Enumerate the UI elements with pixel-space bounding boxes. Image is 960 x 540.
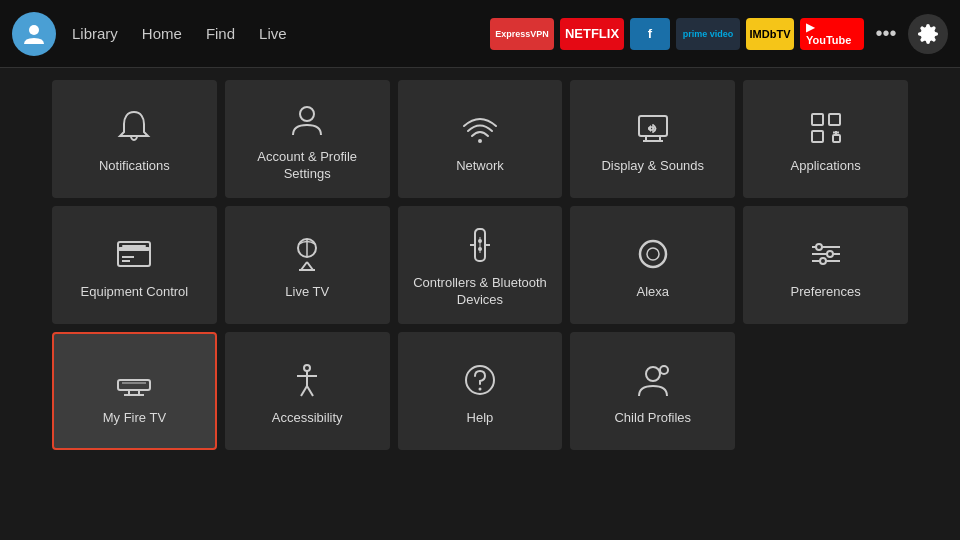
svg-rect-15 <box>122 245 146 247</box>
equipment-control-label: Equipment Control <box>81 284 189 301</box>
grid-item-notifications[interactable]: Notifications <box>52 80 217 198</box>
controllers-bluetooth-label: Controllers & Bluetooth Devices <box>406 275 555 309</box>
grid-item-child-profiles[interactable]: Child Profiles <box>570 332 735 450</box>
grid-item-preferences[interactable]: Preferences <box>743 206 908 324</box>
settings-button[interactable] <box>908 14 948 54</box>
live-tv-label: Live TV <box>285 284 329 301</box>
app-container: Library Home Find Live ExpressVPN NETFLI… <box>0 0 960 462</box>
grid-item-my-fire-tv[interactable]: My Fire TV <box>52 332 217 450</box>
svg-rect-8 <box>829 114 840 125</box>
settings-grid: Notifications Account & Profile Settings… <box>52 80 908 450</box>
svg-point-46 <box>478 387 481 390</box>
settings-main: Notifications Account & Profile Settings… <box>0 68 960 462</box>
svg-point-40 <box>304 365 310 371</box>
app-prime-video[interactable]: prime video <box>676 18 740 50</box>
svg-point-33 <box>827 251 833 257</box>
accessibility-label: Accessibility <box>272 410 343 427</box>
nav-live[interactable]: Live <box>259 25 287 42</box>
nav-find[interactable]: Find <box>206 25 235 42</box>
app-netflix[interactable]: NETFLIX <box>560 18 624 50</box>
user-avatar[interactable] <box>12 12 56 56</box>
nav-links: Library Home Find Live <box>72 25 287 42</box>
applications-label: Applications <box>791 158 861 175</box>
svg-rect-7 <box>812 114 823 125</box>
my-fire-tv-label: My Fire TV <box>103 410 166 427</box>
svg-point-32 <box>816 244 822 250</box>
grid-item-display-sounds[interactable]: Display & Sounds <box>570 80 735 198</box>
nav-home[interactable]: Home <box>142 25 182 42</box>
svg-point-47 <box>646 367 660 381</box>
nav-library[interactable]: Library <box>72 25 118 42</box>
svg-point-2 <box>478 139 482 143</box>
grid-item-alexa[interactable]: Alexa <box>570 206 735 324</box>
navbar: Library Home Find Live ExpressVPN NETFLI… <box>0 0 960 68</box>
child-profiles-label: Child Profiles <box>614 410 691 427</box>
network-label: Network <box>456 158 504 175</box>
svg-point-28 <box>647 248 659 260</box>
app-expressvpn[interactable]: ExpressVPN <box>490 18 554 50</box>
grid-item-help[interactable]: Help <box>398 332 563 450</box>
grid-item-equipment-control[interactable]: Equipment Control <box>52 206 217 324</box>
help-label: Help <box>467 410 494 427</box>
grid-item-account-profile[interactable]: Account & Profile Settings <box>225 80 390 198</box>
preferences-label: Preferences <box>791 284 861 301</box>
display-sounds-label: Display & Sounds <box>601 158 704 175</box>
svg-point-23 <box>478 239 482 243</box>
more-apps-button[interactable]: ••• <box>868 16 904 52</box>
grid-item-live-tv[interactable]: Live TV <box>225 206 390 324</box>
app-youtube[interactable]: ▶ YouTube <box>800 18 864 50</box>
nav-apps: ExpressVPN NETFLIX f prime video IMDbTV … <box>490 18 864 50</box>
svg-point-48 <box>660 366 668 374</box>
account-profile-label: Account & Profile Settings <box>233 149 382 183</box>
grid-item-accessibility[interactable]: Accessibility <box>225 332 390 450</box>
grid-item-network[interactable]: Network <box>398 80 563 198</box>
svg-rect-10 <box>833 135 840 142</box>
svg-point-1 <box>300 107 314 121</box>
grid-item-controllers-bluetooth[interactable]: Controllers & Bluetooth Devices <box>398 206 563 324</box>
svg-rect-9 <box>812 131 823 142</box>
svg-rect-35 <box>118 380 150 390</box>
grid-item-applications[interactable]: Applications <box>743 80 908 198</box>
app-imdb-tv[interactable]: IMDbTV <box>746 18 794 50</box>
svg-line-44 <box>307 386 313 396</box>
app-freevee[interactable]: f <box>630 18 670 50</box>
svg-point-0 <box>29 25 39 35</box>
notifications-label: Notifications <box>99 158 170 175</box>
svg-point-24 <box>478 247 482 251</box>
svg-point-34 <box>820 258 826 264</box>
svg-line-43 <box>301 386 307 396</box>
alexa-label: Alexa <box>637 284 670 301</box>
